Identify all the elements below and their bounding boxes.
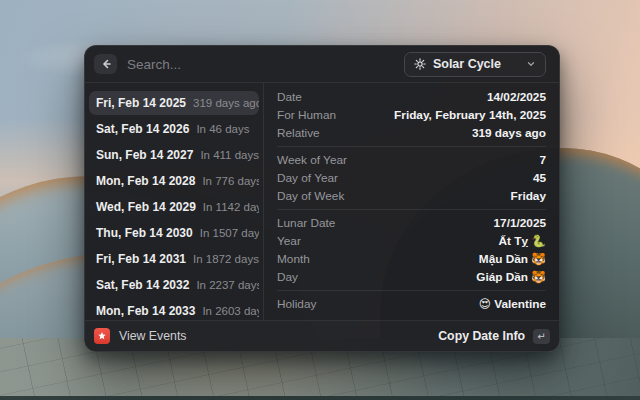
date-result-list: Fri, Feb 14 2025 319 days ago Sat, Feb 1…	[85, 83, 264, 320]
date-detail-panel: Date 14/02/2025 For Human Friday, Februa…	[264, 83, 559, 320]
detail-value: Friday	[511, 189, 546, 203]
section-divider	[277, 290, 546, 291]
view-events-label: View Events	[119, 329, 186, 343]
detail-label: Holiday	[277, 297, 316, 311]
list-item-title: Fri, Feb 14 2025	[96, 96, 186, 110]
copy-date-info-button[interactable]: Copy Date Info ↵	[438, 329, 550, 344]
detail-value: 17/1/2025	[494, 216, 546, 230]
detail-label: Relative	[277, 126, 320, 140]
detail-row: Month Mậu Dần 🐯	[277, 250, 546, 268]
action-bar: View Events Copy Date Info ↵	[85, 321, 559, 351]
list-item[interactable]: Fri, Feb 14 2031 In 1872 days	[89, 247, 259, 271]
detail-row: Lunar Date 17/1/2025	[277, 214, 546, 232]
list-item[interactable]: Sat, Feb 14 2026 In 46 days	[89, 117, 259, 141]
main-area: Fri, Feb 14 2025 319 days ago Sat, Feb 1…	[85, 83, 559, 320]
red-star-app-icon	[94, 328, 110, 344]
launcher-window: Solar Cycle Fri, Feb 14 2025 319 days ag…	[84, 45, 560, 352]
detail-value: 7	[539, 153, 546, 167]
wallpaper-ground-edge	[0, 396, 640, 400]
list-item-title: Sun, Feb 14 2027	[96, 148, 193, 162]
section-divider	[277, 209, 546, 210]
detail-value: 14/02/2025	[487, 90, 546, 104]
list-item-title: Wed, Feb 14 2029	[96, 200, 196, 214]
detail-value: Giáp Dần 🐯	[476, 270, 546, 284]
copy-date-info-label: Copy Date Info	[438, 329, 525, 343]
return-key-icon: ↵	[533, 329, 550, 344]
list-item[interactable]: Wed, Feb 14 2029 In 1142 days	[89, 195, 259, 219]
detail-label: Day	[277, 270, 298, 284]
list-item-title: Sat, Feb 14 2026	[96, 122, 189, 136]
detail-label: Day of Year	[277, 171, 338, 185]
list-item[interactable]: Fri, Feb 14 2025 319 days ago	[89, 91, 259, 115]
mode-dropdown-label: Solar Cycle	[433, 57, 501, 71]
detail-label: For Human	[277, 108, 336, 122]
detail-row: Day of Week Friday	[277, 187, 546, 205]
list-item-title: Thu, Feb 14 2030	[96, 226, 193, 240]
list-item-subtitle: In 2603 days	[202, 305, 259, 317]
list-item-title: Sat, Feb 14 2032	[96, 278, 189, 292]
detail-row: Date 14/02/2025	[277, 88, 546, 106]
section-divider	[277, 146, 546, 147]
chevron-down-icon	[526, 59, 536, 69]
list-item-subtitle: In 1507 days	[200, 227, 259, 239]
arrow-left-icon	[100, 58, 112, 70]
back-button[interactable]	[94, 54, 117, 74]
desktop: Solar Cycle Fri, Feb 14 2025 319 days ag…	[0, 0, 640, 400]
detail-value: Ất Tỵ 🐍	[499, 234, 547, 248]
detail-label: Year	[277, 234, 301, 248]
detail-label: Week of Year	[277, 153, 347, 167]
list-item[interactable]: Sat, Feb 14 2032 In 2237 days	[89, 273, 259, 297]
view-events-button[interactable]: View Events	[94, 328, 438, 344]
detail-row: Week of Year 7	[277, 151, 546, 169]
list-item[interactable]: Thu, Feb 14 2030 In 1507 days	[89, 221, 259, 245]
list-item-subtitle: In 411 days	[200, 149, 259, 161]
detail-row: Relative 319 days ago	[277, 124, 546, 142]
detail-label: Lunar Date	[277, 216, 335, 230]
list-item-subtitle: In 1142 days	[203, 201, 259, 213]
detail-value: Friday, February 14th, 2025	[394, 108, 546, 122]
detail-row: For Human Friday, February 14th, 2025	[277, 106, 546, 124]
list-item-title: Fri, Feb 14 2031	[96, 252, 186, 266]
mode-dropdown[interactable]: Solar Cycle	[404, 52, 546, 77]
list-item-subtitle: In 1872 days	[193, 253, 259, 265]
list-item-subtitle: 319 days ago	[193, 97, 259, 109]
detail-value: 319 days ago	[472, 126, 546, 140]
detail-row: Year Ất Tỵ 🐍	[277, 232, 546, 250]
detail-value: 45	[533, 171, 546, 185]
detail-label: Month	[277, 252, 310, 266]
list-item[interactable]: Sun, Feb 14 2027 In 411 days	[89, 143, 259, 167]
search-input[interactable]	[127, 57, 404, 72]
list-item-title: Mon, Feb 14 2028	[96, 174, 195, 188]
detail-row: Holiday 😍 Valentine	[277, 295, 546, 313]
detail-row: Day of Year 45	[277, 169, 546, 187]
detail-label: Day of Week	[277, 189, 344, 203]
list-item-subtitle: In 2237 days	[196, 279, 259, 291]
detail-value: 😍 Valentine	[479, 297, 546, 311]
search-header: Solar Cycle	[85, 46, 559, 82]
list-item-subtitle: In 776 days	[202, 175, 259, 187]
list-item-title: Mon, Feb 14 2033	[96, 304, 195, 318]
list-item-subtitle: In 46 days	[196, 123, 249, 135]
list-item[interactable]: Mon, Feb 14 2028 In 776 days	[89, 169, 259, 193]
detail-label: Date	[277, 90, 302, 104]
detail-value: Mậu Dần 🐯	[479, 252, 546, 266]
sun-icon	[414, 58, 426, 70]
detail-row: Day Giáp Dần 🐯	[277, 268, 546, 286]
